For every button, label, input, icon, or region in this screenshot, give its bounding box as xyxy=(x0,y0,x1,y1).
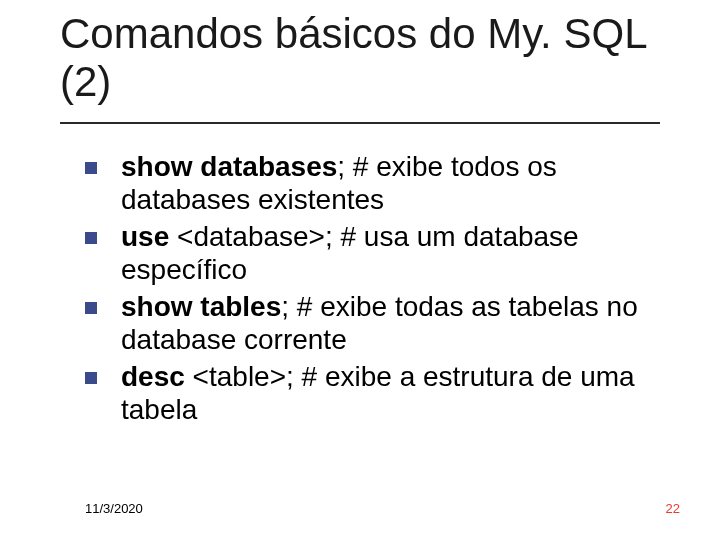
slide: Comandos básicos do My. SQL (2) show dat… xyxy=(0,0,720,540)
list-item: show tables; # exibe todas as tabelas no… xyxy=(85,290,655,356)
list-item-bold: desc xyxy=(121,361,185,392)
footer-page-number: 22 xyxy=(666,501,680,516)
list-item: show databases; # exibe todos os databas… xyxy=(85,150,655,216)
bullet-icon xyxy=(85,372,97,384)
list-item-text: <database>; # usa um database específico xyxy=(121,221,579,285)
slide-body: show databases; # exibe todos os databas… xyxy=(85,150,655,430)
list-item-bold: show databases xyxy=(121,151,337,182)
list-item: use <database>; # usa um database especí… xyxy=(85,220,655,286)
list-item-text: <table>; # exibe a estrutura de uma tabe… xyxy=(121,361,635,425)
list-item-bold: show tables xyxy=(121,291,281,322)
bullet-icon xyxy=(85,302,97,314)
footer-date: 11/3/2020 xyxy=(85,501,143,516)
list-item: desc <table>; # exibe a estrutura de uma… xyxy=(85,360,655,426)
list-item-bold: use xyxy=(121,221,169,252)
bullet-icon xyxy=(85,232,97,244)
title-underline xyxy=(60,122,660,124)
bullet-icon xyxy=(85,162,97,174)
slide-title: Comandos básicos do My. SQL (2) xyxy=(60,10,660,107)
